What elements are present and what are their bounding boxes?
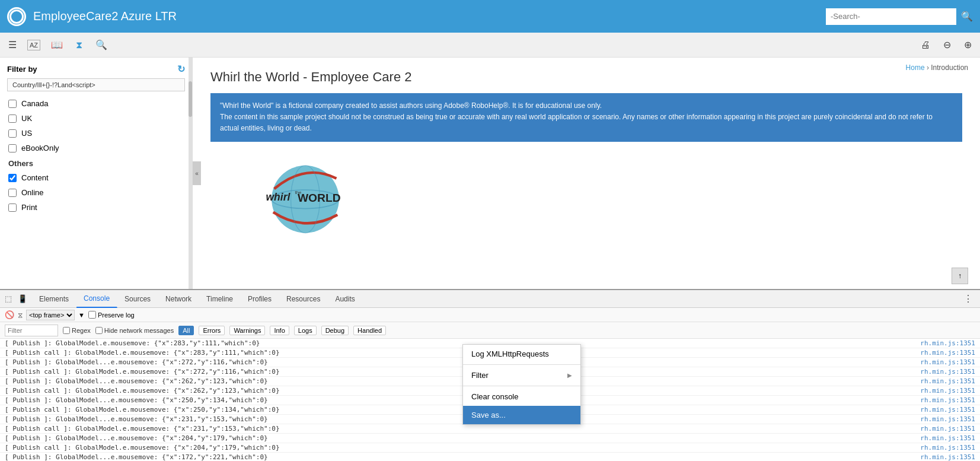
- logo-area: whirl the WORLD: [210, 152, 962, 236]
- log-source[interactable]: rh.min.js:1351: [904, 368, 975, 376]
- log-source[interactable]: rh.min.js:1351: [904, 415, 975, 423]
- log-level-logs[interactable]: Logs: [294, 326, 317, 335]
- filter-by-label: Filter by: [7, 65, 37, 74]
- log-source[interactable]: rh.min.js:1351: [904, 444, 975, 452]
- tab-elements[interactable]: Elements: [32, 290, 76, 308]
- content-checkbox[interactable]: [8, 174, 17, 182]
- tab-audits[interactable]: Audits: [328, 290, 362, 308]
- log-level-all[interactable]: All: [178, 326, 194, 335]
- log-source[interactable]: rh.min.js:1351: [904, 377, 975, 385]
- hamburger-icon[interactable]: ☰: [6, 37, 19, 53]
- print-checkbox[interactable]: [8, 204, 17, 212]
- log-level-warnings[interactable]: Warnings: [229, 326, 265, 335]
- hide-network-label-container: Hide network messages: [95, 327, 174, 334]
- log-level-debug[interactable]: Debug: [321, 326, 349, 335]
- main-layout: Filter by ↻ Country/Ill+{}-!?Land<script…: [0, 58, 980, 289]
- collapse-sidebar-button[interactable]: «: [193, 161, 201, 185]
- frame-selector-dropdown[interactable]: <top frame>: [26, 310, 75, 320]
- context-menu: Log XMLHttpRequests Filter ▶ Clear conso…: [462, 344, 581, 425]
- log-line-text: [ Publish call ]: GlobalModel.e.mousemov…: [5, 349, 898, 357]
- log-line-text: [ Publish ]: GlobalModel...e.mousemove: …: [5, 434, 898, 442]
- toolbar-right: 🖨 ⊖ ⊕: [918, 37, 974, 53]
- breadcrumb-home-link[interactable]: Home: [906, 63, 925, 72]
- zoom-out-icon[interactable]: ⊖: [941, 37, 953, 53]
- log-level-handled[interactable]: Handled: [353, 326, 386, 335]
- log-source[interactable]: rh.min.js:1351: [904, 387, 975, 395]
- log-source[interactable]: rh.min.js:1351: [904, 425, 975, 433]
- breadcrumb: Home › Introduction: [906, 63, 968, 72]
- regex-checkbox[interactable]: [63, 327, 70, 334]
- log-line-text: [ Publish ]: GlobalModel...e.mousemove: …: [5, 453, 898, 461]
- uk-checkbox[interactable]: [8, 115, 17, 123]
- disclaimer-text: "Whirl the World" is a fictional company…: [220, 100, 953, 135]
- log-source[interactable]: rh.min.js:1351: [904, 349, 975, 357]
- ctx-menu-log-xhr[interactable]: Log XMLHttpRequests: [463, 345, 580, 363]
- filter-item-ebookonly: eBookOnly: [0, 141, 192, 155]
- devtools-inspect-icon[interactable]: ⬚: [4, 294, 13, 304]
- us-checkbox[interactable]: [8, 129, 17, 138]
- log-source[interactable]: rh.min.js:1351: [904, 453, 975, 461]
- log-source[interactable]: rh.min.js:1351: [904, 434, 975, 442]
- sidebar-scroll: Canada UK US eBookOnly Others Content: [0, 96, 192, 215]
- book-icon[interactable]: 📖: [49, 37, 65, 53]
- ctx-filter-label: Filter: [471, 371, 489, 380]
- log-line-text: [ Publish call ]: GlobalModel.e.mousemov…: [5, 368, 898, 376]
- az-sort-icon[interactable]: AZ: [27, 40, 40, 50]
- log-line-text: [ Publish call ]: GlobalModel.e.mousemov…: [5, 387, 898, 395]
- search-toolbar-icon[interactable]: 🔍: [93, 37, 110, 53]
- sidebar-scroll-thumb: [189, 81, 192, 117]
- tab-profiles[interactable]: Profiles: [241, 290, 279, 308]
- log-line: [ Publish call ]: GlobalModel.e.mousemov…: [0, 424, 980, 434]
- console-filter-input[interactable]: [5, 325, 58, 336]
- sidebar-header: Filter by ↻: [0, 58, 192, 78]
- log-source[interactable]: rh.min.js:1351: [904, 358, 975, 366]
- filter-icon[interactable]: ⧗: [74, 37, 85, 53]
- svg-text:whirl: whirl: [266, 190, 291, 202]
- filter-item-print: Print: [0, 200, 192, 215]
- devtools-tabs-right: ⋮: [960, 293, 976, 304]
- filter-item-online: Online: [0, 185, 192, 200]
- country-filter-dropdown[interactable]: Country/Ill+{}-!?Land<script>: [7, 78, 185, 91]
- ebookonly-label: eBookOnly: [21, 144, 59, 152]
- online-label: Online: [21, 188, 44, 197]
- hide-network-label: Hide network messages: [104, 327, 174, 334]
- tab-console[interactable]: Console: [76, 290, 117, 308]
- log-source[interactable]: rh.min.js:1351: [904, 396, 975, 404]
- log-level-info[interactable]: Info: [270, 326, 289, 335]
- ctx-filter-arrow: ▶: [567, 372, 572, 379]
- ctx-menu-clear[interactable]: Clear console: [463, 387, 580, 406]
- hide-network-checkbox[interactable]: [95, 327, 103, 334]
- devtools-mobile-icon[interactable]: 📱: [18, 294, 27, 304]
- svg-text:WORLD: WORLD: [298, 192, 341, 204]
- devtools-more-menu[interactable]: ⋮: [960, 293, 976, 304]
- scroll-to-top-button[interactable]: ↑: [952, 268, 968, 284]
- ctx-menu-save-as[interactable]: Save as...: [463, 406, 580, 424]
- ebookonly-checkbox[interactable]: [8, 144, 17, 152]
- ctx-menu-filter[interactable]: Filter ▶: [463, 366, 580, 384]
- tab-resources[interactable]: Resources: [279, 290, 328, 308]
- print-icon[interactable]: 🖨: [918, 37, 933, 53]
- refresh-icon[interactable]: ↻: [177, 63, 185, 75]
- online-checkbox[interactable]: [8, 189, 17, 197]
- content-label: Content: [21, 173, 49, 182]
- filter-item-canada: Canada: [0, 96, 192, 111]
- log-line: [ Publish call ]: GlobalModel.e.mousemov…: [0, 443, 980, 453]
- log-source[interactable]: rh.min.js:1351: [904, 406, 975, 414]
- tab-timeline[interactable]: Timeline: [199, 290, 241, 308]
- log-level-errors[interactable]: Errors: [199, 326, 225, 335]
- log-source[interactable]: rh.min.js:1351: [904, 339, 975, 347]
- print-label: Print: [21, 203, 37, 212]
- app-title: EmployeeCare2 Azure LTR: [33, 9, 819, 23]
- search-input[interactable]: [826, 8, 956, 25]
- tab-network[interactable]: Network: [158, 290, 199, 308]
- regex-label-container: Regex: [63, 327, 91, 334]
- log-line-text: [ Publish call ]: GlobalModel.e.mousemov…: [5, 406, 898, 414]
- tab-sources[interactable]: Sources: [117, 290, 158, 308]
- sidebar-scrollbar[interactable]: [189, 58, 192, 289]
- sidebar: Filter by ↻ Country/Ill+{}-!?Land<script…: [0, 58, 193, 289]
- log-line-text: [ Publish call ]: GlobalModel.e.mousemov…: [5, 425, 898, 433]
- zoom-in-icon[interactable]: ⊕: [962, 37, 974, 53]
- preserve-log-checkbox[interactable]: [88, 311, 96, 319]
- preserve-log-container: Preserve log: [88, 311, 135, 319]
- canada-checkbox[interactable]: [8, 100, 17, 108]
